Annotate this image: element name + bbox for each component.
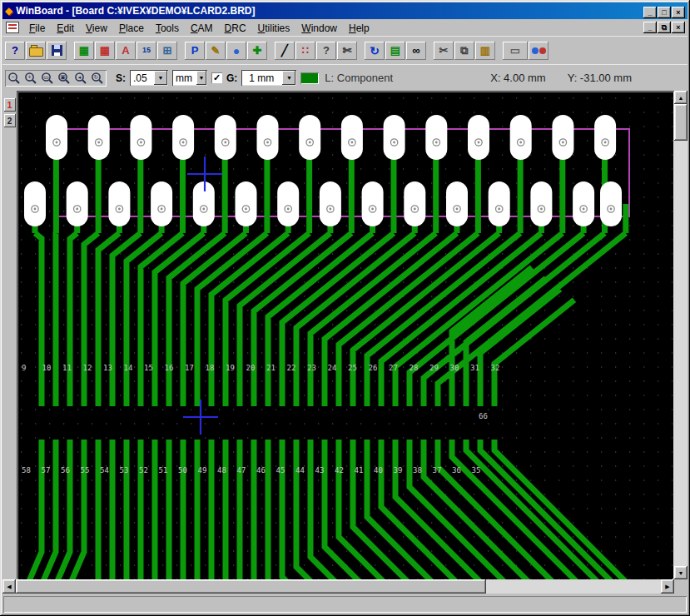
- edit-pencil-button[interactable]: ✎: [206, 42, 226, 60]
- svg-text:35: 35: [472, 466, 481, 474]
- svg-text:17: 17: [185, 364, 194, 372]
- route-track-button[interactable]: ╱: [275, 42, 295, 60]
- scroll-up-button[interactable]: ▲: [674, 91, 688, 104]
- zoom-in-button[interactable]: +: [22, 71, 39, 86]
- svg-text:27: 27: [389, 364, 398, 372]
- svg-text:37: 37: [433, 466, 442, 474]
- grid-size-select[interactable]: 1 mm ▼: [241, 70, 296, 86]
- redraw-button[interactable]: ↻: [89, 71, 106, 86]
- minimize-button[interactable]: _: [643, 7, 657, 18]
- snap-size-select[interactable]: .05 ▼: [130, 70, 168, 86]
- scroll-left-button[interactable]: ◀: [2, 579, 16, 594]
- close-button[interactable]: ×: [672, 7, 685, 18]
- update-button[interactable]: ↻: [365, 42, 385, 60]
- mdi-close-button[interactable]: ×: [672, 22, 685, 33]
- snap-grid-button[interactable]: ⊞: [157, 42, 177, 60]
- trim-tool-button[interactable]: ✄: [337, 42, 357, 60]
- zoom-window-button[interactable]: ▭: [39, 71, 56, 86]
- scroll-track[interactable]: [674, 141, 688, 566]
- svg-text:◂: ◂: [78, 74, 82, 80]
- layer-rail: 12: [2, 91, 17, 579]
- place-via-button[interactable]: ✚: [247, 42, 267, 60]
- toolbar-separator: [268, 42, 274, 60]
- menu-window[interactable]: Window: [295, 21, 343, 36]
- magnifier-icon: ▭: [41, 72, 54, 85]
- open-file-button[interactable]: [26, 42, 46, 60]
- units-select[interactable]: mm ▼: [172, 70, 207, 86]
- svg-text:54: 54: [100, 466, 109, 474]
- menu-edit[interactable]: Edit: [51, 21, 80, 36]
- svg-text:23: 23: [307, 364, 316, 372]
- grid-dots-green-button[interactable]: ▦: [74, 42, 94, 60]
- scroll-down-button[interactable]: ▼: [674, 566, 688, 579]
- color-ball-icon: [539, 47, 546, 54]
- menu-view[interactable]: View: [80, 21, 113, 36]
- mdi-minimize-button[interactable]: _: [643, 22, 657, 33]
- colors-button[interactable]: [529, 42, 549, 60]
- toolbar-separator: [67, 42, 73, 60]
- dropdown-arrow-icon[interactable]: ▼: [196, 71, 206, 85]
- view-filter-button[interactable]: ∞: [406, 42, 426, 60]
- board-document-icon[interactable]: [6, 22, 19, 33]
- layer-button-1[interactable]: 1: [4, 98, 16, 112]
- zoom-out-button[interactable]: −: [6, 71, 22, 86]
- zoom-previous-button[interactable]: ◂: [72, 71, 89, 86]
- menu-drc[interactable]: DRC: [219, 21, 252, 36]
- netlist-button[interactable]: ∷: [295, 42, 315, 60]
- toolbar-separator: [496, 42, 502, 60]
- copy-button[interactable]: ⧉: [454, 42, 474, 60]
- svg-text:41: 41: [355, 466, 364, 474]
- text-tool-button[interactable]: A: [116, 42, 136, 60]
- svg-text:▣: ▣: [60, 74, 66, 80]
- layer-button-2[interactable]: 2: [4, 114, 16, 127]
- dimension-tool-button[interactable]: 15: [137, 42, 156, 60]
- menu-items: FileEditViewPlaceToolsCAMDRCUtilitiesWin…: [23, 20, 375, 36]
- paste-button[interactable]: ▥: [475, 42, 495, 60]
- svg-text:39: 39: [394, 466, 403, 474]
- svg-text:66: 66: [479, 412, 488, 420]
- dropdown-arrow-icon[interactable]: ▼: [282, 71, 295, 85]
- svg-text:9: 9: [22, 364, 26, 372]
- svg-text:44: 44: [295, 466, 305, 474]
- menubar: FileEditViewPlaceToolsCAMDRCUtilitiesWin…: [2, 19, 688, 36]
- report-button[interactable]: ▤: [385, 42, 405, 60]
- horizontal-scrollbar[interactable]: ◀ ▶: [2, 579, 688, 594]
- board-canvas[interactable]: 9101112131415161718192021222324252627282…: [17, 91, 674, 579]
- pcb-drawing[interactable]: 9101112131415161718192021222324252627282…: [18, 92, 673, 579]
- layer-color-swatch[interactable]: [300, 72, 319, 84]
- svg-text:30: 30: [450, 364, 459, 372]
- vertical-scrollbar[interactable]: ▲ ▼: [674, 91, 688, 579]
- maximize-button[interactable]: □: [658, 7, 671, 18]
- grid-dots-red-button[interactable]: ▦: [95, 42, 115, 60]
- cursor-coordinates: X: 4.00 mm Y: -31.00 mm: [490, 72, 632, 84]
- save-button[interactable]: [47, 42, 67, 60]
- menu-place[interactable]: Place: [113, 21, 150, 36]
- svg-text:14: 14: [124, 364, 133, 372]
- scroll-track[interactable]: [486, 579, 661, 594]
- mdi-restore-button[interactable]: ⧉: [658, 22, 671, 33]
- cut-button[interactable]: ✂: [434, 42, 454, 60]
- menu-utilities[interactable]: Utilities: [252, 21, 296, 36]
- svg-text:12: 12: [83, 364, 92, 372]
- magnifier-icon: −: [7, 72, 21, 85]
- horizontal-scroll-thumb[interactable]: [16, 579, 486, 594]
- menu-file[interactable]: File: [23, 21, 51, 36]
- menu-tools[interactable]: Tools: [150, 21, 185, 36]
- vertical-scroll-thumb[interactable]: [674, 104, 688, 141]
- properties-button[interactable]: P: [185, 42, 205, 60]
- window-controls: _□×: [643, 3, 685, 18]
- panel-toggle-button[interactable]: ▭: [503, 42, 528, 60]
- query-button[interactable]: ?: [316, 42, 336, 60]
- grid-visible-checkbox[interactable]: ✓: [211, 72, 222, 83]
- menu-help[interactable]: Help: [343, 21, 375, 36]
- dropdown-arrow-icon[interactable]: ▼: [154, 71, 167, 85]
- zoom-all-button[interactable]: ▣: [56, 71, 72, 86]
- world-view-button[interactable]: ●: [226, 42, 246, 60]
- scroll-right-button[interactable]: ▶: [661, 579, 674, 594]
- menu-cam[interactable]: CAM: [185, 21, 219, 36]
- help-button[interactable]: ?: [5, 42, 25, 60]
- svg-text:28: 28: [410, 364, 419, 372]
- svg-text:40: 40: [374, 466, 383, 474]
- svg-text:42: 42: [335, 466, 344, 474]
- x-readout: X: 4.00 mm: [490, 72, 545, 84]
